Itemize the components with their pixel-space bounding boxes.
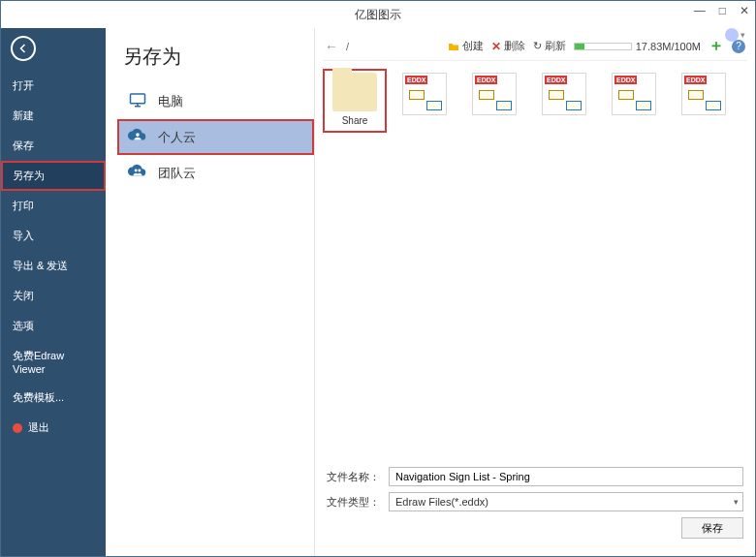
folder-item[interactable]: Share (327, 73, 383, 129)
sidebar: 打开新建保存另存为打印导入导出 & 发送关闭选项免费Edraw Viewer免费… (1, 28, 106, 556)
svg-point-3 (138, 170, 141, 172)
location-item-label: 个人云 (158, 129, 196, 146)
sidebar-item-label: 打开 (13, 78, 34, 93)
sidebar-item-label: 打印 (13, 199, 34, 213)
file-thumbnail: EDDX (472, 73, 517, 115)
sidebar-item-0[interactable]: 打开 (1, 71, 106, 101)
cloud-user-icon (127, 127, 148, 147)
create-button[interactable]: 创建 (448, 39, 484, 53)
location-panel: 另存为 电脑个人云团队云 (106, 28, 314, 556)
folder-plus-icon (448, 41, 459, 52)
location-item-label: 团队云 (158, 165, 196, 182)
svg-rect-0 (131, 94, 145, 104)
browser-toolbar: ← / 创建 ✕ 删除 ↻ 刷新 17.83M/100M ＋ (323, 32, 747, 61)
sidebar-item-label: 保存 (13, 139, 34, 153)
diagram-icon (473, 86, 516, 114)
close-button[interactable]: ✕ (740, 5, 749, 16)
file-item[interactable]: EDDX (396, 73, 453, 129)
sidebar-item-label: 导出 & 发送 (13, 259, 68, 273)
location-item-1[interactable]: 个人云 (117, 119, 314, 155)
file-badge: EDDX (475, 76, 497, 84)
exit-icon (13, 423, 22, 433)
file-browser: ← / 创建 ✕ 删除 ↻ 刷新 17.83M/100M ＋ (314, 28, 755, 556)
file-item[interactable]: EDDX (536, 73, 592, 129)
file-item[interactable]: EDDX (606, 73, 662, 129)
file-item[interactable]: EDDX (466, 73, 522, 129)
diagram-icon (543, 86, 585, 114)
diagram-icon (403, 86, 446, 114)
file-thumbnail: EDDX (402, 73, 447, 115)
help-button[interactable]: ? (732, 40, 745, 53)
sidebar-item-label: 退出 (28, 420, 49, 435)
path-display: / (346, 41, 349, 52)
chevron-down-icon: ▾ (734, 497, 739, 507)
sidebar-item-label: 选项 (13, 319, 34, 333)
filetype-label: 文件类型： (327, 495, 381, 510)
sidebar-item-6[interactable]: 导出 & 发送 (1, 251, 106, 281)
filetype-select[interactable]: Edraw Files(*.eddx) ▾ (389, 492, 743, 511)
file-thumbnail: EDDX (681, 73, 726, 115)
file-grid: ShareEDDXEDDXEDDXEDDXEDDX (323, 61, 747, 461)
monitor-icon (127, 91, 148, 111)
location-item-0[interactable]: 电脑 (117, 83, 314, 119)
sidebar-item-2[interactable]: 保存 (1, 131, 106, 161)
minimize-button[interactable]: ― (694, 5, 706, 16)
x-icon: ✕ (491, 40, 501, 53)
sidebar-item-5[interactable]: 导入 (1, 221, 106, 251)
sidebar-item-label: 关闭 (13, 289, 34, 303)
sidebar-item-11[interactable]: 退出 (1, 413, 106, 443)
title-bar: 亿图图示 ― □ ✕ (1, 1, 755, 28)
storage-indicator: 17.83M/100M (574, 41, 701, 52)
delete-button[interactable]: ✕ 删除 (491, 39, 525, 53)
app-title: 亿图图示 (355, 7, 401, 23)
folder-icon (332, 73, 377, 111)
sidebar-item-10[interactable]: 免费模板... (1, 383, 106, 413)
sidebar-item-1[interactable]: 新建 (1, 101, 106, 131)
location-item-label: 电脑 (158, 93, 183, 110)
file-badge: EDDX (405, 76, 427, 84)
sidebar-item-7[interactable]: 关闭 (1, 281, 106, 311)
page-title: 另存为 (117, 44, 314, 83)
diagram-icon (682, 86, 725, 114)
maximize-button[interactable]: □ (719, 5, 726, 16)
cloud-team-icon (127, 163, 148, 183)
location-item-2[interactable]: 团队云 (117, 155, 314, 191)
add-button[interactable]: ＋ (709, 36, 724, 56)
sidebar-item-4[interactable]: 打印 (1, 191, 106, 221)
file-item[interactable]: EDDX (676, 73, 732, 129)
svg-point-2 (135, 170, 138, 172)
sidebar-item-3[interactable]: 另存为 (1, 161, 106, 191)
back-button[interactable] (11, 36, 36, 61)
save-form: 文件名称： 文件类型： Edraw Files(*.eddx) ▾ (323, 461, 747, 548)
sidebar-item-label: 另存为 (13, 169, 45, 183)
refresh-button[interactable]: ↻ 刷新 (533, 39, 566, 53)
storage-text: 17.83M/100M (636, 41, 701, 52)
save-button[interactable]: 保存 (681, 517, 743, 539)
refresh-icon: ↻ (533, 40, 542, 52)
sidebar-item-8[interactable]: 选项 (1, 311, 106, 341)
sidebar-item-label: 免费模板... (13, 390, 64, 405)
filename-input[interactable] (389, 467, 743, 486)
diagram-icon (613, 86, 655, 114)
file-thumbnail: EDDX (542, 73, 586, 115)
file-badge: EDDX (614, 76, 637, 84)
file-badge: EDDX (684, 76, 707, 84)
nav-back-button[interactable]: ← (325, 39, 338, 54)
file-thumbnail: EDDX (612, 73, 656, 115)
file-badge: EDDX (545, 76, 567, 84)
arrow-left-icon (17, 43, 29, 54)
sidebar-item-9[interactable]: 免费Edraw Viewer (1, 341, 106, 383)
sidebar-item-label: 免费Edraw Viewer (13, 349, 94, 375)
sidebar-item-label: 新建 (13, 108, 34, 123)
svg-point-1 (136, 133, 140, 137)
window-controls: ― □ ✕ (694, 5, 749, 16)
file-label: Share (342, 115, 368, 126)
sidebar-item-label: 导入 (13, 229, 34, 243)
storage-bar (574, 43, 632, 50)
filename-label: 文件名称： (327, 470, 381, 484)
